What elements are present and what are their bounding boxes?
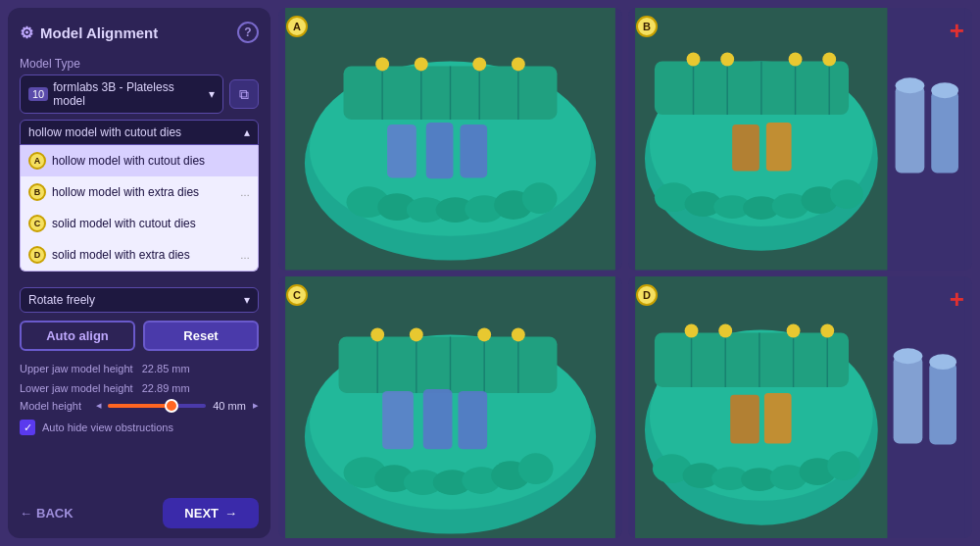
svg-point-10 xyxy=(415,58,428,72)
svg-rect-63 xyxy=(382,390,414,448)
svg-point-35 xyxy=(789,53,803,67)
cell-badge-c: C xyxy=(286,284,308,306)
svg-point-85 xyxy=(787,323,801,337)
svg-rect-37 xyxy=(732,124,760,172)
svg-rect-77 xyxy=(655,332,849,386)
svg-point-95 xyxy=(827,451,860,480)
svg-rect-15 xyxy=(460,124,487,177)
auto-hide-row: ✓ Auto hide view obstructions xyxy=(20,420,259,435)
badge-c: C xyxy=(28,215,46,232)
cell-badge-d: D xyxy=(636,284,658,306)
auto-align-button[interactable]: Auto align xyxy=(20,321,135,351)
model-height-value: 40 mm xyxy=(212,400,247,412)
rotate-label: Rotate freely xyxy=(28,293,95,307)
svg-point-83 xyxy=(685,323,699,337)
model-grid: A xyxy=(278,0,980,546)
svg-rect-65 xyxy=(458,390,487,448)
next-arrow-icon: → xyxy=(224,506,237,521)
chevron-up-icon: ▴ xyxy=(244,125,250,139)
current-type-text: hollow model with cutout dies xyxy=(28,125,181,139)
model-render-d xyxy=(628,276,972,539)
item-d-label: solid model with extra dies xyxy=(52,248,190,262)
svg-point-59 xyxy=(370,327,384,341)
model-cell-b: B + xyxy=(628,8,972,271)
upper-jaw-label: Upper jaw model height xyxy=(20,363,133,374)
svg-rect-38 xyxy=(766,123,792,172)
cell-badge-a: A xyxy=(286,16,308,37)
lower-jaw-row: Lower jaw model height 22.89 mm xyxy=(20,380,259,398)
rotate-select[interactable]: Rotate freely ▾ xyxy=(20,287,259,313)
svg-point-34 xyxy=(720,53,734,67)
svg-rect-46 xyxy=(896,85,925,173)
formlabs-badge: 10 xyxy=(28,87,48,101)
slider-right-arrow[interactable]: ▸ xyxy=(253,399,259,412)
cell-badge-b: B xyxy=(636,16,658,37)
svg-point-86 xyxy=(820,323,834,337)
badge-b: B xyxy=(28,183,46,201)
svg-rect-14 xyxy=(426,123,454,178)
model-cell-c: C xyxy=(278,276,622,539)
item-b-label: hollow model with extra dies xyxy=(52,185,199,199)
item-a-label: hollow model with cutout dies xyxy=(52,154,205,168)
dropdown-menu: A hollow model with cutout dies B hollow… xyxy=(20,145,259,272)
next-label: NEXT xyxy=(184,506,219,521)
svg-rect-87 xyxy=(730,394,760,443)
badge-d: D xyxy=(28,246,46,264)
left-panel: ⚙ Model Alignment ? Model Type 10 formla… xyxy=(8,8,270,538)
formlabs-value: formlabs 3B - Plateless model xyxy=(53,80,209,108)
svg-point-45 xyxy=(830,179,863,209)
chevron-d: … xyxy=(240,250,250,261)
model-type-label: Model Type xyxy=(20,57,259,71)
slider-left-arrow[interactable]: ◂ xyxy=(96,399,102,412)
slider-fill xyxy=(108,404,167,408)
svg-point-62 xyxy=(512,327,525,341)
rotate-row: Rotate freely ▾ xyxy=(20,281,259,313)
svg-point-61 xyxy=(477,327,491,341)
model-render-b xyxy=(628,8,972,271)
chevron-down-icon: ▾ xyxy=(209,87,215,101)
copy-button[interactable]: ⧉ xyxy=(229,79,259,109)
dropdown-item-a[interactable]: A hollow model with cutout dies xyxy=(21,145,258,176)
upper-jaw-row: Upper jaw model height 22.85 mm xyxy=(20,361,259,378)
auto-hide-checkbox[interactable]: ✓ xyxy=(20,420,35,435)
reset-button[interactable]: Reset xyxy=(143,321,259,351)
dropdown-item-c[interactable]: C solid model with cutout dies xyxy=(21,208,258,239)
svg-rect-27 xyxy=(655,61,849,114)
svg-point-33 xyxy=(687,53,701,67)
model-height-label: Model height xyxy=(20,400,90,412)
badge-a: A xyxy=(28,152,46,170)
model-render-a xyxy=(278,8,622,271)
model-height-row: Model height ◂ 40 mm ▸ xyxy=(20,399,259,412)
svg-rect-88 xyxy=(764,392,792,443)
model-type-dropdown: hollow model with cutout dies ▴ A hollow… xyxy=(20,120,259,272)
svg-point-60 xyxy=(410,327,423,341)
dropdown-trigger[interactable]: hollow model with cutout dies ▴ xyxy=(20,120,259,145)
height-slider[interactable] xyxy=(108,404,206,408)
svg-point-49 xyxy=(931,82,958,98)
back-arrow-icon: ← xyxy=(20,506,32,521)
svg-point-22 xyxy=(522,182,558,214)
svg-rect-64 xyxy=(423,388,453,448)
svg-point-11 xyxy=(472,58,486,72)
dropdown-item-b[interactable]: B hollow model with extra dies … xyxy=(21,176,258,208)
auto-hide-label: Auto hide view obstructions xyxy=(42,422,173,433)
formlabs-select-row: 10 formlabs 3B - Plateless model ▾ ⧉ xyxy=(20,74,259,114)
help-button[interactable]: ? xyxy=(237,22,259,43)
plus-icon-b: + xyxy=(950,16,964,46)
panel-title: ⚙ Model Alignment xyxy=(20,24,158,42)
svg-point-99 xyxy=(929,354,956,370)
back-button[interactable]: ← BACK xyxy=(20,506,74,521)
next-button[interactable]: NEXT → xyxy=(163,498,259,528)
svg-rect-97 xyxy=(929,362,956,444)
back-label: BACK xyxy=(36,506,74,521)
svg-rect-47 xyxy=(931,90,958,173)
svg-rect-13 xyxy=(387,124,416,177)
svg-point-9 xyxy=(375,58,389,72)
lower-jaw-label: Lower jaw model height xyxy=(20,382,133,394)
slider-thumb[interactable] xyxy=(165,399,178,413)
model-cell-a: A xyxy=(278,8,622,271)
svg-rect-96 xyxy=(894,356,923,443)
dropdown-item-d[interactable]: D solid model with extra dies … xyxy=(21,239,258,271)
formlabs-select[interactable]: 10 formlabs 3B - Plateless model ▾ xyxy=(20,74,223,114)
alignment-icon: ⚙ xyxy=(20,24,33,42)
